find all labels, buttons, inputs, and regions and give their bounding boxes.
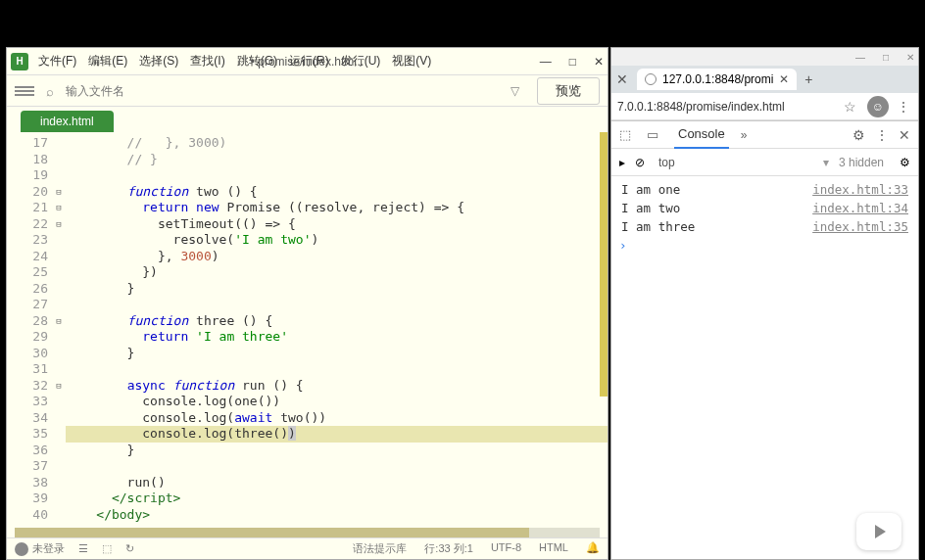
menu-select[interactable]: 选择(S) xyxy=(139,53,178,70)
address-bar: 7.0.0.1:8848/promise/index.html ☆ ☺ ⋮ xyxy=(611,93,918,120)
status-icon-1[interactable]: ☰ xyxy=(78,542,88,555)
status-lang[interactable]: HTML xyxy=(539,541,568,556)
console-settings-icon[interactable]: ⚙ xyxy=(900,156,910,169)
fold-column[interactable]: ⊟⊟⊟⊟⊟ xyxy=(54,132,64,537)
video-play-overlay[interactable] xyxy=(856,513,901,550)
tab-title: 127.0.0.1:8848/promi xyxy=(662,72,773,86)
device-icon[interactable]: ▭ xyxy=(647,127,662,142)
code-content[interactable]: // }, 3000) // } function two () { retur… xyxy=(64,132,608,537)
file-search-input[interactable] xyxy=(42,82,503,100)
new-tab-button[interactable]: + xyxy=(799,70,818,89)
tab-close-prev-icon[interactable]: ✕ xyxy=(615,72,629,86)
profile-avatar-icon[interactable]: ☺ xyxy=(867,96,889,117)
log-msg: I am two xyxy=(621,201,680,215)
console-prompt[interactable]: › xyxy=(611,236,918,255)
maximize-icon[interactable]: □ xyxy=(569,55,576,69)
ide-window: H 文件(F) 编辑(E) 选择(S) 查找(I) 跳转(G) 运行(R) 发行… xyxy=(6,47,609,560)
editor-tab-active[interactable]: index.html xyxy=(21,111,114,132)
browser-window: — □ ✕ ✕ 127.0.0.1:8848/promi ✕ + 7.0.0.1… xyxy=(610,47,919,560)
console-filter-bar: ▸ ⊘ top ▾ 3 hidden ⚙ xyxy=(611,149,918,176)
settings-gear-icon[interactable]: ⚙ xyxy=(852,127,865,143)
log-source-link[interactable]: index.html:34 xyxy=(812,201,908,215)
clear-console-icon[interactable]: ⊘ xyxy=(635,156,645,169)
line-gutter: 1718192021222324252627282930313233343536… xyxy=(7,132,54,537)
browser-close-icon[interactable]: ✕ xyxy=(906,52,914,63)
ide-window-title: • promise/index.htm... xyxy=(251,55,365,69)
log-source-link[interactable]: index.html:33 xyxy=(812,182,908,197)
menu-view[interactable]: 视图(V) xyxy=(392,53,431,70)
log-source-link[interactable]: index.html:35 xyxy=(812,219,908,234)
favicon-icon xyxy=(645,73,657,85)
ide-logo-icon: H xyxy=(11,53,28,70)
status-syntax[interactable]: 语法提示库 xyxy=(353,541,407,556)
log-msg: I am three xyxy=(621,219,695,234)
status-pos: 行:33 列:1 xyxy=(424,541,473,556)
filter-icon[interactable]: ▽ xyxy=(511,84,519,98)
hidden-count[interactable]: 3 hidden xyxy=(839,156,884,169)
editor-tabs: index.html xyxy=(7,107,608,132)
devtools-panel: ⬚ ▭ Console » ⚙ ⋮ ✕ ▸ ⊘ top ▾ 3 hidden xyxy=(611,120,918,559)
devtools-kebab-icon[interactable]: ⋮ xyxy=(875,127,889,143)
status-enc[interactable]: UTF-8 xyxy=(491,541,521,556)
tab-close-icon[interactable]: ✕ xyxy=(779,72,789,86)
hamburger-icon[interactable] xyxy=(15,86,34,96)
browser-minimize-icon[interactable]: — xyxy=(855,52,865,63)
console-toggle-icon[interactable]: ▸ xyxy=(619,156,625,169)
user-icon xyxy=(15,542,28,556)
browser-titlebar: — □ ✕ xyxy=(611,48,918,66)
menu-edit[interactable]: 编辑(E) xyxy=(88,53,127,70)
browser-tabstrip: ✕ 127.0.0.1:8848/promi ✕ + xyxy=(611,66,918,93)
devtools-tab-console[interactable]: Console xyxy=(674,120,729,149)
search-icon: ⌕ xyxy=(46,84,54,99)
ide-toolbar: ⌕ ▽ 预览 xyxy=(7,75,608,107)
browser-maximize-icon[interactable]: □ xyxy=(883,52,889,63)
devtools-close-icon[interactable]: ✕ xyxy=(899,127,910,143)
play-icon xyxy=(875,525,886,538)
horizontal-scrollbar[interactable] xyxy=(15,528,600,537)
editor-area[interactable]: 1718192021222324252627282930313233343536… xyxy=(7,132,608,537)
inspect-icon[interactable]: ⬚ xyxy=(619,127,635,142)
kebab-menu-icon[interactable]: ⋮ xyxy=(897,99,912,115)
user-label: 未登录 xyxy=(32,541,65,556)
url-text[interactable]: 7.0.0.1:8848/promise/index.html xyxy=(617,100,836,114)
minimize-icon[interactable]: — xyxy=(540,55,552,69)
star-icon[interactable]: ☆ xyxy=(844,99,859,115)
ide-statusbar: 未登录 ☰ ⬚ ↻ 语法提示库 行:33 列:1 UTF-8 HTML 🔔 xyxy=(7,537,608,559)
ide-titlebar: H 文件(F) 编辑(E) 选择(S) 查找(I) 跳转(G) 运行(R) 发行… xyxy=(7,48,608,75)
console-log-line: I am two index.html:34 xyxy=(611,199,918,217)
console-output[interactable]: I am one index.html:33 I am two index.ht… xyxy=(611,176,918,559)
console-context-select[interactable]: top xyxy=(655,156,813,169)
browser-tab-active[interactable]: 127.0.0.1:8848/promi ✕ xyxy=(637,69,797,90)
more-tabs-icon[interactable]: » xyxy=(741,128,748,142)
console-log-line: I am three index.html:35 xyxy=(611,217,918,236)
preview-button[interactable]: 预览 xyxy=(537,77,600,105)
close-icon[interactable]: ✕ xyxy=(594,55,604,69)
menu-file[interactable]: 文件(F) xyxy=(38,53,76,70)
devtools-header: ⬚ ▭ Console » ⚙ ⋮ ✕ xyxy=(611,121,918,149)
console-log-line: I am one index.html:33 xyxy=(611,180,918,199)
status-icon-3[interactable]: ↻ xyxy=(125,542,134,555)
menu-find[interactable]: 查找(I) xyxy=(190,53,224,70)
log-msg: I am one xyxy=(621,182,680,197)
bell-icon[interactable]: 🔔 xyxy=(586,541,600,556)
status-icon-2[interactable]: ⬚ xyxy=(102,542,112,555)
ide-menu-bar: 文件(F) 编辑(E) 选择(S) 查找(I) 跳转(G) 运行(R) 发行(U… xyxy=(38,53,431,70)
status-user[interactable]: 未登录 xyxy=(15,541,65,556)
